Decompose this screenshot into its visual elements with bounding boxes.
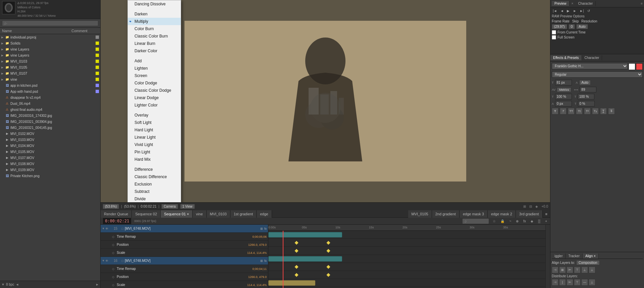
- small-caps-button[interactable]: Tt: [576, 108, 583, 115]
- tab-edge[interactable]: edge: [257, 210, 272, 218]
- tab-mvi0105[interactable]: MVI_0105: [408, 210, 432, 218]
- fill-color-swatch[interactable]: [629, 63, 635, 70]
- effects-button[interactable]: fx: [522, 219, 527, 223]
- tab-edge-mask-2[interactable]: edge mask 2: [488, 210, 516, 218]
- layer-expand-arrow[interactable]: ▼: [102, 227, 105, 230]
- tsukuri-input[interactable]: [578, 101, 595, 106]
- italic-button[interactable]: T: [560, 108, 567, 115]
- distribute-left-button[interactable]: ⊣: [552, 279, 558, 286]
- tab-vine[interactable]: vine: [193, 210, 206, 218]
- list-item[interactable]: ⚠ disappear fx v2.mp4: [0, 94, 100, 100]
- list-item[interactable]: ▶ 📁 vine: [0, 76, 100, 82]
- list-item[interactable]: 🖼 App with hand.psd: [0, 88, 100, 94]
- blend-mode-darker-color[interactable]: Darker Color: [128, 47, 181, 55]
- loop-button[interactable]: ↺: [586, 9, 591, 13]
- blend-mode-dancing-dissolve[interactable]: Dancing Dissolve: [128, 0, 181, 8]
- blend-mode-overlay[interactable]: Overlay: [128, 112, 181, 119]
- blend-mode-exclusion[interactable]: Exclusion: [128, 181, 181, 188]
- tab-2nd-gradient[interactable]: 2nd gradient: [432, 210, 460, 218]
- snap-icon[interactable]: ⊟: [529, 205, 532, 208]
- views-selector[interactable]: 1 View: [180, 204, 195, 209]
- blend-mode-darken[interactable]: Darken: [128, 10, 181, 18]
- blend-mode-classic-color-dodge[interactable]: Classic Color Dodge: [128, 87, 181, 94]
- timeline-search-input[interactable]: [462, 218, 489, 224]
- align-left-button[interactable]: ⊣: [552, 267, 558, 273]
- blend-mode-add[interactable]: Add: [128, 57, 181, 65]
- frame-blend-button[interactable]: ◈: [530, 219, 534, 223]
- timeline-scrollbar[interactable]: [545, 225, 550, 288]
- layer-row[interactable]: ▼ 👁 15 □ [MVI_6748.MOV] ⊞ fx: [101, 225, 268, 233]
- lock-button[interactable]: 🔒: [499, 219, 505, 223]
- distribute-bottom-button[interactable]: ⊥: [589, 279, 595, 286]
- list-item[interactable]: ▶ MVI_0107.MOV: [0, 155, 100, 161]
- horiz-scale-input[interactable]: [578, 94, 594, 99]
- list-item[interactable]: ▶ 📁 vine Layers: [0, 46, 100, 52]
- list-item[interactable]: 🖼 IMG_20160321_004145.jpg: [0, 125, 100, 131]
- tracking-input[interactable]: [580, 87, 596, 92]
- frame-rate-selector[interactable]: (29.97): [552, 24, 567, 29]
- keyframe-icon[interactable]: ◇: [112, 235, 117, 238]
- align-top-button[interactable]: ⊤: [574, 267, 581, 273]
- blend-mode-linear-burn[interactable]: Linear Burn: [128, 40, 181, 47]
- font-size-input[interactable]: [555, 80, 572, 85]
- blend-mode-classic-difference[interactable]: Classic Difference: [128, 173, 181, 181]
- tab-effects-presets[interactable]: Effects & Presets: [550, 55, 582, 60]
- blend-mode-pin-light[interactable]: Pin Light: [128, 148, 181, 156]
- keyframe-icon[interactable]: ◇: [112, 275, 117, 279]
- baseline-input[interactable]: [555, 101, 572, 106]
- skip-selector[interactable]: 0: [569, 24, 575, 29]
- metrics-selector[interactable]: Metrics: [557, 87, 571, 92]
- to-end-button[interactable]: ►|: [579, 9, 585, 13]
- blend-mode-divide[interactable]: Divide: [128, 195, 181, 202]
- layer-row-sub[interactable]: ◇ Position 1266.0, 479.0: [101, 273, 268, 281]
- layer-row-sub[interactable]: ◇ Time Remap 0;00;04;11: [101, 265, 268, 273]
- prev-frame-button[interactable]: ◄: [559, 9, 565, 13]
- full-screen-checkbox[interactable]: [552, 35, 556, 40]
- tab-mvi0103[interactable]: MVI_0103: [207, 210, 230, 218]
- expand-icon[interactable]: ≡: [543, 212, 550, 216]
- tab-tggler[interactable]: iggler: [552, 254, 566, 259]
- align-bottom-button[interactable]: ⊥: [589, 267, 595, 273]
- blend-mode-color-dodge[interactable]: Color Dodge: [128, 79, 181, 87]
- stroke-color-swatch[interactable]: [636, 63, 643, 70]
- layer-row[interactable]: ▼ 👁 16 □ [MVI_6748.MOV] ⊞ fx: [101, 257, 268, 265]
- shy-button[interactable]: ~: [508, 219, 512, 223]
- visibility-icon[interactable]: 👁: [105, 227, 110, 230]
- current-time-display[interactable]: 0:00:02:21: [103, 218, 131, 224]
- distribute-v-center-button[interactable]: —: [581, 279, 588, 286]
- clip-17[interactable]: [268, 280, 315, 286]
- layer-row-sub[interactable]: ◇ Position 1266.0, 479.0: [101, 241, 268, 249]
- all-caps-button[interactable]: TT: [568, 108, 575, 115]
- bold-button[interactable]: T: [552, 108, 558, 115]
- blend-mode-vivid-light[interactable]: Vivid Light: [128, 141, 181, 148]
- list-item[interactable]: ▶ 📁 MVI_0105: [0, 64, 100, 70]
- auto-leading-button[interactable]: Auto: [579, 80, 591, 85]
- list-item[interactable]: ▶ MVI_0102.MOV: [0, 131, 100, 137]
- layer-expand-arrow[interactable]: ▼: [102, 259, 105, 262]
- tab-3rd-gradient[interactable]: 3rd gradient: [516, 210, 543, 218]
- list-item[interactable]: ▶ 📁 individual.prproj: [0, 34, 100, 40]
- list-item[interactable]: ▶ 📁 MVI_0107: [0, 70, 100, 76]
- tab-sequence-01[interactable]: Sequence 01 ×: [161, 210, 193, 218]
- play-button[interactable]: ▶: [566, 9, 571, 13]
- zoom-selector[interactable]: (53.6%): [103, 204, 119, 209]
- blend-mode-color-burn[interactable]: Color Burn: [128, 25, 181, 32]
- tab-edge-mask-3[interactable]: edge mask 3: [460, 210, 488, 218]
- font-style-selector[interactable]: Regular: [552, 71, 643, 78]
- to-start-button[interactable]: |◄: [552, 9, 558, 13]
- panel-options[interactable]: ≡: [641, 2, 643, 5]
- distribute-right-button[interactable]: ⊢: [567, 279, 573, 286]
- from-current-checkbox[interactable]: [552, 30, 556, 34]
- list-item[interactable]: 🖼 Private Kitchen.png: [0, 173, 100, 179]
- vert-scale-input[interactable]: [555, 94, 572, 99]
- font-family-selector[interactable]: Franklin Gothic H...: [552, 63, 628, 69]
- project-search-input[interactable]: [2, 20, 98, 26]
- keyframe-icon[interactable]: ◇: [112, 283, 117, 287]
- list-item[interactable]: 🖼 app in kitchen.psd: [0, 82, 100, 88]
- blend-mode-linear-dodge[interactable]: Linear Dodge: [128, 94, 181, 101]
- blend-mode-hard-mix[interactable]: Hard Mix: [128, 156, 181, 163]
- tab-character-panel[interactable]: Character: [582, 55, 602, 60]
- visibility-icon[interactable]: 👁: [105, 259, 110, 263]
- clip-16[interactable]: [268, 256, 342, 262]
- superscript-button[interactable]: T²: [584, 108, 591, 115]
